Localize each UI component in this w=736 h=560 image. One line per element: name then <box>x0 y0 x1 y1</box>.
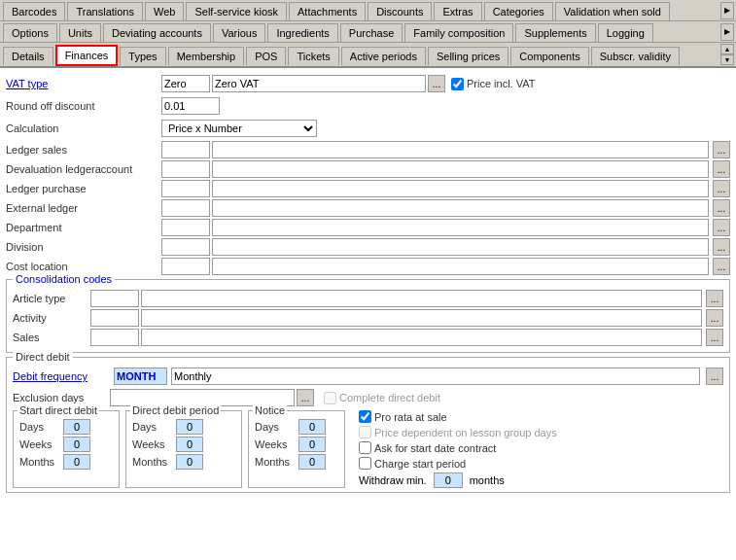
complete-direct-debit-label: Complete direct debit <box>339 392 440 403</box>
article-type-input1[interactable] <box>90 290 139 307</box>
article-type-browse-btn[interactable]: ... <box>706 290 723 307</box>
devaluation-label: Devaluation ledgeraccount <box>6 163 161 175</box>
ask-start-date-checkbox[interactable] <box>359 441 371 454</box>
department-browse-btn[interactable]: ... <box>713 219 730 236</box>
notice-title: Notice <box>253 404 287 416</box>
tab-purchase[interactable]: Purchase <box>340 23 403 42</box>
period-months-input[interactable] <box>176 454 203 470</box>
external-ledger-input2[interactable] <box>212 199 709 217</box>
vat-type-browse-btn[interactable]: ... <box>428 75 445 92</box>
tab-attachments[interactable]: Attachments <box>289 2 366 20</box>
activity-input1[interactable] <box>90 309 139 327</box>
department-input1[interactable] <box>161 219 210 236</box>
tab-various[interactable]: Various <box>213 23 265 42</box>
tab-components[interactable]: Components <box>510 47 588 65</box>
external-ledger-input1[interactable] <box>161 199 210 217</box>
sales-input2[interactable] <box>141 329 702 346</box>
start-months-input[interactable] <box>63 454 90 470</box>
sales-browse-btn[interactable]: ... <box>706 329 723 346</box>
exclusion-days-browse-btn[interactable]: ... <box>297 389 314 406</box>
pro-rata-checkbox[interactable] <box>359 410 371 423</box>
period-weeks-input[interactable] <box>176 437 203 452</box>
tab-supplements[interactable]: Supplements <box>515 23 595 42</box>
tab-pos[interactable]: POS <box>246 47 286 65</box>
start-days-input[interactable] <box>63 419 90 435</box>
devaluation-input2[interactable] <box>212 160 709 178</box>
calculation-select[interactable]: Price x Number Price / Number Fixed pric… <box>161 120 317 137</box>
tab-extras[interactable]: Extras <box>434 2 481 20</box>
withdraw-input[interactable] <box>434 472 463 488</box>
department-input2[interactable] <box>212 219 709 236</box>
debit-frequency-browse-btn[interactable]: ... <box>706 368 723 385</box>
debit-frequency-desc-input[interactable] <box>171 368 700 385</box>
division-input2[interactable] <box>212 238 709 256</box>
start-weeks-input[interactable] <box>63 437 90 452</box>
tab-active-periods[interactable]: Active periods <box>341 47 426 65</box>
vat-type-label[interactable]: VAT type <box>6 78 161 89</box>
activity-browse-btn[interactable]: ... <box>706 309 723 327</box>
ledger-purchase-row: Ledger purchase ... <box>6 180 730 197</box>
division-input1[interactable] <box>161 238 210 256</box>
tab-tickets[interactable]: Tickets <box>288 47 338 65</box>
tab-units[interactable]: Units <box>59 23 101 42</box>
division-label: Division <box>6 241 161 253</box>
tab-details[interactable]: Details <box>3 47 53 65</box>
scroll-right-btn-2[interactable]: ▶ <box>720 23 734 41</box>
notice-days-input[interactable] <box>298 419 326 435</box>
tab-validation-when-sold[interactable]: Validation when sold <box>555 2 670 20</box>
tab-barcodes[interactable]: Barcodes <box>3 2 65 20</box>
ledger-sales-row: Ledger sales ... <box>6 141 730 158</box>
price-incl-vat-checkbox[interactable] <box>451 78 464 90</box>
tab-web[interactable]: Web <box>145 2 184 20</box>
price-dependent-checkbox[interactable] <box>359 426 371 438</box>
period-days-input[interactable] <box>176 419 203 435</box>
ledger-sales-input1[interactable] <box>161 141 210 158</box>
tab-logging[interactable]: Logging <box>598 23 653 42</box>
ledger-purchase-input2[interactable] <box>212 180 709 197</box>
scroll-down-btn-3[interactable]: ▼ <box>720 54 734 65</box>
scroll-up-btn-3[interactable]: ▲ <box>720 44 734 54</box>
debit-frequency-code-input[interactable] <box>114 368 167 385</box>
vat-type-code-input[interactable] <box>161 75 210 92</box>
cost-location-input2[interactable] <box>212 258 709 275</box>
tab-membership[interactable]: Membership <box>168 47 245 65</box>
ledger-purchase-browse-btn[interactable]: ... <box>713 180 730 197</box>
scroll-right-btn-1[interactable]: ▶ <box>720 2 734 19</box>
tab-deviating-accounts[interactable]: Deviating accounts <box>103 23 211 42</box>
tab-options[interactable]: Options <box>3 23 57 42</box>
ledger-sales-browse-btn[interactable]: ... <box>713 141 730 158</box>
vat-type-desc-input[interactable] <box>212 75 426 92</box>
tab-categories[interactable]: Categories <box>484 2 553 20</box>
division-browse-btn[interactable]: ... <box>713 238 730 256</box>
tab-self-service-kiosk[interactable]: Self-service kiosk <box>186 2 287 20</box>
cost-location-browse-btn[interactable]: ... <box>713 258 730 275</box>
tab-selling-prices[interactable]: Selling prices <box>428 47 508 65</box>
activity-row: Activity ... <box>13 309 723 327</box>
round-off-input[interactable] <box>161 97 220 115</box>
start-direct-debit-title: Start direct debit <box>18 404 99 416</box>
ledger-purchase-input1[interactable] <box>161 180 210 197</box>
tab-discounts[interactable]: Discounts <box>368 2 432 20</box>
tab-subscr-validity[interactable]: Subscr. validity <box>591 47 680 65</box>
tab-ingredients[interactable]: Ingredients <box>267 23 337 42</box>
devaluation-input1[interactable] <box>161 160 210 178</box>
ledger-sales-input2[interactable] <box>212 141 709 158</box>
sales-input1[interactable] <box>90 329 139 346</box>
complete-direct-debit-checkbox[interactable] <box>324 392 336 404</box>
notice-weeks-input[interactable] <box>298 437 326 452</box>
tab-translations[interactable]: Translations <box>67 2 143 20</box>
cost-location-input1[interactable] <box>161 258 210 275</box>
notice-months-row: Months <box>255 454 338 470</box>
tab-types[interactable]: Types <box>120 47 165 65</box>
bottom-area: Start direct debit Days Weeks Months <box>13 410 723 488</box>
activity-input2[interactable] <box>141 309 702 327</box>
external-ledger-browse-btn[interactable]: ... <box>713 199 730 217</box>
tab-finances[interactable]: Finances <box>55 45 119 66</box>
article-type-input2[interactable] <box>141 290 702 307</box>
devaluation-browse-btn[interactable]: ... <box>713 160 730 178</box>
notice-months-input[interactable] <box>298 454 326 470</box>
tab-family-composition[interactable]: Family composition <box>404 23 513 42</box>
charge-start-checkbox[interactable] <box>359 457 371 470</box>
debit-frequency-label[interactable]: Debit frequency <box>13 370 110 382</box>
bottom-right-section: Pro rata at sale Price dependent on less… <box>351 410 723 488</box>
